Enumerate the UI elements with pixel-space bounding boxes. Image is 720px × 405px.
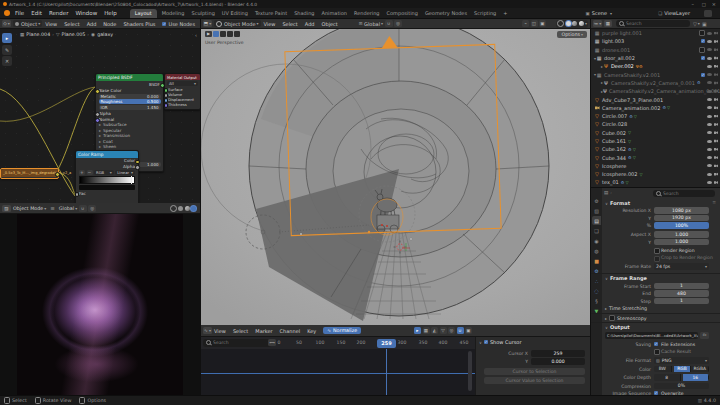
tab-object-data[interactable]: ▼: [592, 306, 601, 315]
vp-menu-add[interactable]: Add: [305, 21, 315, 27]
cursor-value-to-selection-button[interactable]: Cursor Value to Selection: [484, 377, 585, 384]
graph-canvas[interactable]: [200, 349, 475, 395]
use-nodes-checkbox[interactable]: ✓: [162, 22, 166, 26]
cursor-to-selection-button[interactable]: Cursor to Selection: [484, 368, 585, 375]
tab-geometry-nodes[interactable]: Geometry Nodes: [425, 10, 467, 16]
frame-end-field[interactable]: 480: [654, 290, 709, 297]
material-shading-icon[interactable]: [572, 21, 577, 26]
output-path-field[interactable]: C:\Users\pilot\Documents\Bl...cded3\Artw…: [605, 332, 698, 339]
shader-menu-add[interactable]: Add: [87, 21, 97, 27]
outliner-row[interactable]: ▦light.003✓: [591, 37, 720, 45]
show-cursor-panel-header[interactable]: ∨ ✓ Show Cursor: [479, 339, 521, 345]
frame-jump-icon[interactable]: ⟷: [268, 339, 276, 346]
ease-dropdown[interactable]: Linear▾: [115, 170, 135, 175]
eye-icon[interactable]: [707, 115, 712, 118]
render-visibility-icon[interactable]: [714, 181, 719, 185]
eye-icon[interactable]: [707, 98, 712, 101]
outliner-row[interactable]: ▦drones.001: [591, 46, 720, 54]
overwrite-checkbox[interactable]: ✓: [654, 391, 658, 395]
eye-icon[interactable]: [707, 81, 712, 84]
menu-file[interactable]: File: [15, 10, 24, 16]
roughness-slider[interactable]: Roughness0.500: [99, 99, 161, 104]
eye-icon[interactable]: [707, 48, 712, 51]
shader-editor-type-icon[interactable]: ◇▾: [2, 20, 11, 27]
image-texture-node[interactable]: _0.5x3_To_M..._img_degradation_v2_a: [0, 168, 59, 179]
interpolation-dropdown[interactable]: RGB▾: [94, 170, 114, 175]
snap-magnet-icon[interactable]: ∪: [457, 327, 464, 334]
tab-texture-paint[interactable]: Texture Paint: [255, 10, 287, 16]
blender-menu-icon[interactable]: [4, 10, 10, 16]
cursor-x-field[interactable]: 259: [531, 350, 585, 357]
eye-icon[interactable]: [707, 73, 712, 76]
preview-orientation-dropdown[interactable]: Global: [59, 206, 74, 211]
eye-icon[interactable]: [707, 131, 712, 134]
tool-icon[interactable]: [220, 31, 226, 37]
viewlayer-selector[interactable]: ❏ ViewLayer: [658, 10, 690, 16]
outliner-row[interactable]: ▽Icosphere.002▽: [591, 170, 720, 178]
outliner-row[interactable]: ▽Circle.007⚙▽: [591, 112, 720, 120]
outliner-editor-type-icon[interactable]: ≔▾: [593, 20, 602, 27]
outliner-row[interactable]: ▽Cube.002▽: [591, 129, 720, 137]
tab-tool[interactable]: ⚙: [592, 196, 601, 205]
eye-icon[interactable]: [707, 32, 712, 35]
resolution-x-field[interactable]: 1080 px: [654, 207, 709, 214]
tab-scripting[interactable]: Scripting: [474, 10, 496, 16]
cursor-y-field[interactable]: 0.000: [531, 358, 585, 365]
maximize-button[interactable]: □: [702, 2, 706, 7]
render-visibility-icon[interactable]: [714, 156, 719, 160]
graph-editor-type-icon[interactable]: ∿▾: [203, 327, 212, 334]
metallic-slider[interactable]: Metallic0.000: [99, 94, 161, 99]
collection-checkbox[interactable]: ✓: [701, 39, 705, 43]
search-input[interactable]: [213, 340, 268, 345]
new-collection-icon[interactable]: ▣: [702, 21, 707, 27]
stereoscopy-panel-header[interactable]: ▸ Stereoscopy: [605, 315, 647, 321]
annotate-tool[interactable]: ✎: [2, 45, 12, 55]
tab-uv-editing[interactable]: UV Editing: [222, 10, 248, 16]
panel-menu-icon[interactable]: ≡: [712, 200, 716, 205]
color-rgba-option[interactable]: RGBA: [691, 366, 709, 373]
filter-funnel-icon[interactable]: ▽: [693, 21, 697, 27]
shader-type-dropdown[interactable]: Object▾: [13, 20, 42, 27]
rendered-shading-icon[interactable]: [191, 206, 196, 211]
outliner-row[interactable]: ▽Adv_Cube7_3_Plane.001: [591, 95, 720, 103]
outliner-search-input[interactable]: [626, 21, 687, 26]
solid-shading-icon[interactable]: [178, 206, 183, 211]
depth-16-option[interactable]: 16: [683, 374, 710, 381]
outliner-row[interactable]: ▽tex_01⚙▽: [591, 178, 720, 186]
principled-node-header[interactable]: Principled BSDF: [96, 74, 163, 81]
new-viewlayer-button[interactable]: [704, 10, 712, 17]
graph-menu-marker[interactable]: Marker: [255, 328, 272, 334]
outliner-row[interactable]: ▽Circle.028: [591, 120, 720, 128]
outliner-row[interactable]: ▾▦CameraShakify.v2.001✓: [591, 70, 720, 78]
material-output-node[interactable]: Material Output All▾ Surface Volume Disp…: [164, 73, 200, 110]
outliner-row[interactable]: ▽Cube.161▽: [591, 137, 720, 145]
collection-checkbox[interactable]: [699, 47, 705, 53]
render-visibility-icon[interactable]: [714, 48, 719, 52]
eye-icon[interactable]: [707, 40, 712, 43]
show-hidden-icon[interactable]: ▦: [423, 327, 430, 334]
display-mode-icon[interactable]: ▦: [604, 20, 612, 27]
eye-icon[interactable]: [707, 106, 712, 109]
hamburger-icon[interactable]: ≡: [50, 205, 55, 211]
add-stop-button[interactable]: +: [79, 170, 85, 175]
proportional-edit-icon[interactable]: ◎: [394, 20, 402, 27]
only-selected-icon[interactable]: ▸: [414, 327, 421, 334]
shader-menu-select[interactable]: Select: [64, 21, 79, 27]
render-visibility-icon[interactable]: [714, 123, 719, 127]
play-overlay-icon[interactable]: ▶: [205, 31, 212, 37]
material-output-header[interactable]: Material Output: [165, 74, 200, 80]
resolution-pct-field[interactable]: 100%: [654, 222, 709, 229]
render-visibility-icon[interactable]: [714, 98, 719, 102]
collapse-sidebar-icon[interactable]: ‹: [195, 32, 197, 38]
options-button[interactable]: Options▾: [557, 31, 587, 38]
color-rgb-option[interactable]: RGB: [674, 366, 692, 373]
properties-search[interactable]: [653, 190, 715, 197]
file-format-dropdown[interactable]: ▨PNG▾: [654, 357, 709, 364]
image-texture-node-header[interactable]: _0.5x3_To_M..._img_degradation_v2_a: [1, 169, 58, 177]
wireframe-shading-icon[interactable]: [557, 20, 564, 27]
eye-icon[interactable]: [707, 156, 712, 159]
vp-menu-view[interactable]: View: [264, 21, 276, 27]
proportional-edit-icon[interactable]: ◎: [448, 327, 455, 334]
playhead-line[interactable]: [386, 349, 387, 395]
render-visibility-icon[interactable]: [714, 73, 719, 77]
